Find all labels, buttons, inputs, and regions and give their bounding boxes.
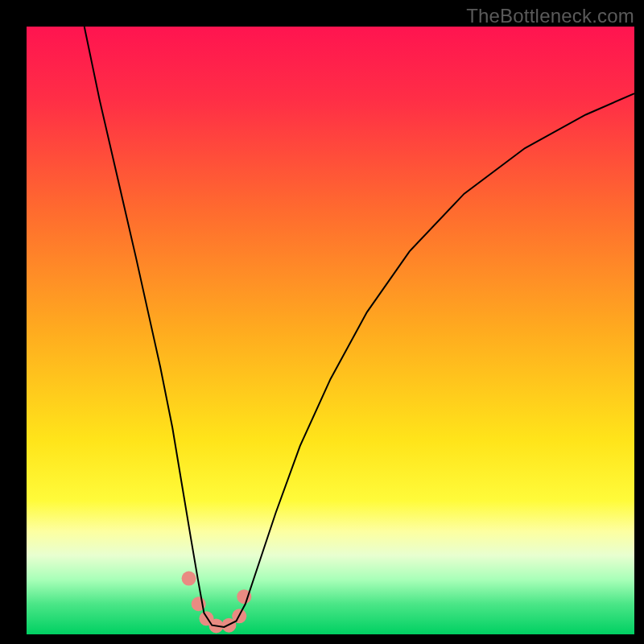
curve-layer [27, 27, 634, 634]
marker-group [182, 572, 252, 634]
chart-frame: TheBottleneck.com [0, 0, 644, 644]
bottleneck-curve [85, 27, 634, 627]
plot-area [27, 27, 634, 634]
highlight-dot [182, 572, 196, 586]
watermark-text: TheBottleneck.com [466, 5, 634, 27]
